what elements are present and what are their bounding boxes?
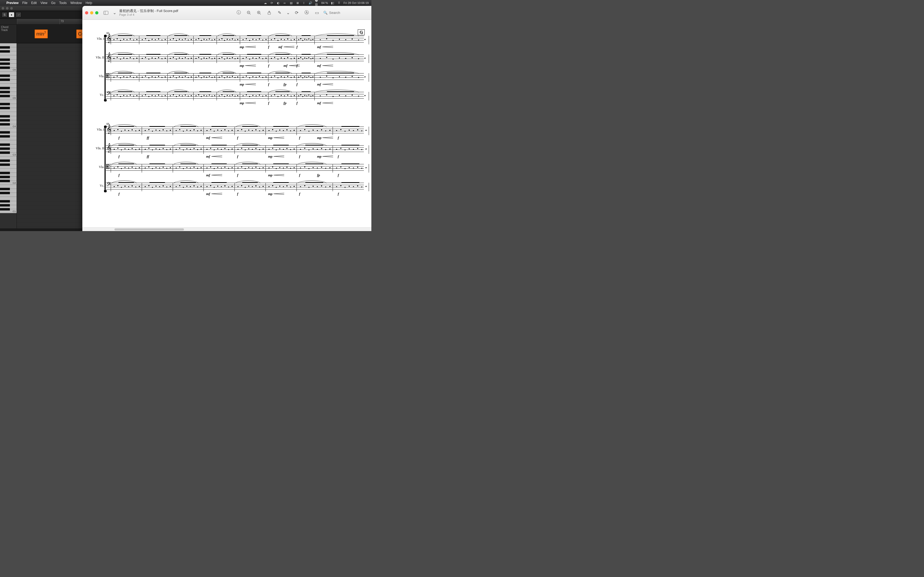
status-icon[interactable]: ⟳ xyxy=(270,1,274,5)
dynamic-marking: mp xyxy=(240,82,244,87)
menu-view[interactable]: View xyxy=(40,1,47,5)
menu-file[interactable]: File xyxy=(22,1,27,5)
markup-menu-chevron-icon[interactable]: ⌄ xyxy=(286,9,290,16)
dynamic-marking: mf xyxy=(317,101,321,105)
dynamic-marking: f xyxy=(237,155,238,159)
notation-region xyxy=(142,144,172,155)
preview-horizontal-scrollbar[interactable] xyxy=(82,227,372,231)
dynamic-marking: fp xyxy=(317,173,320,177)
score-page: 3 G 60Vln. I𝄞mpfmffmfVln. II𝄞mpfmffmfVla… xyxy=(82,20,372,227)
clef-icon: 𝄢 xyxy=(107,91,111,98)
notation-region xyxy=(333,144,368,155)
instrument-label: Vc. xyxy=(91,93,104,97)
search-field[interactable]: 🔍 xyxy=(323,11,369,15)
dynamic-marking: f xyxy=(297,82,297,87)
markup-button[interactable]: ✎ xyxy=(276,9,283,16)
dynamic-marking: mp xyxy=(268,155,273,159)
document-title: 最初的遇见 - 弦乐录制 - Full Score.pdf xyxy=(119,9,178,13)
status-icon[interactable]: ☁︎ xyxy=(263,1,267,5)
preview-window: ⌄ 最初的遇见 - 弦乐录制 - Full Score.pdf Page 3 o… xyxy=(82,6,372,231)
dynamic-marking: f xyxy=(237,192,238,196)
dynamic-marking: mf xyxy=(206,136,210,140)
bluetooth-icon[interactable]: ᚼ xyxy=(302,1,306,5)
status-icon[interactable]: ▤ xyxy=(289,1,293,5)
dynamic-marking: ff xyxy=(147,155,149,159)
piano-roll-keyboard[interactable]: Chord Track C6C5C4C3C2C1 xyxy=(0,19,17,231)
scrollbar-thumb[interactable] xyxy=(115,228,184,230)
notation-region xyxy=(266,126,296,136)
notation-region xyxy=(140,72,167,82)
instrument-label: Vc. xyxy=(91,184,104,188)
sidebar-toggle-button[interactable] xyxy=(102,9,110,16)
status-icon[interactable]: 🖥 xyxy=(296,1,299,5)
audio-icon[interactable]: 🔊 xyxy=(309,1,312,5)
marker-button[interactable]: ● xyxy=(8,12,15,18)
dynamic-marking: f xyxy=(268,101,269,105)
pdf-viewport[interactable]: 3 G 60Vln. I𝄞mpfmffmfVln. II𝄞mpfmffmfVla… xyxy=(82,20,372,227)
dynamic-marking: f xyxy=(118,192,120,196)
dynamic-marking: f xyxy=(118,173,120,177)
battery-icon[interactable]: ▮▯ xyxy=(331,1,334,5)
info-button[interactable]: ⓘ xyxy=(235,9,242,16)
dynamic-marking: mp xyxy=(240,64,244,68)
window-traffic-lights[interactable] xyxy=(85,11,99,15)
notation-region xyxy=(140,91,167,101)
preview-titlebar: ⌄ 最初的遇见 - 弦乐录制 - Full Score.pdf Page 3 o… xyxy=(82,6,372,20)
zoom-window-button[interactable] xyxy=(95,11,99,15)
slash-button[interactable]: ⟋ xyxy=(16,12,21,18)
notation-region xyxy=(204,144,234,155)
notation-region xyxy=(241,35,268,45)
menubar-clock[interactable]: Fri 28 Oct 10:06:19 xyxy=(344,2,369,5)
dynamic-marking: ff xyxy=(147,136,149,140)
menu-edit[interactable]: Edit xyxy=(31,1,37,5)
rotate-button[interactable]: ⟳ xyxy=(293,9,300,16)
daw-traffic-lights[interactable] xyxy=(2,7,13,10)
status-icon[interactable]: ∞ xyxy=(283,1,287,5)
notation-region xyxy=(194,91,216,101)
share-button[interactable] xyxy=(265,9,273,16)
dynamic-marking: mp xyxy=(317,136,321,140)
dynamic-marking: mf xyxy=(206,192,210,196)
minimize-window-button[interactable] xyxy=(90,11,93,15)
notation-region xyxy=(140,35,167,45)
chord-chip[interactable]: min7 xyxy=(34,29,48,39)
wifi-icon[interactable]: �腺 xyxy=(315,1,319,5)
menu-go[interactable]: Go xyxy=(51,1,55,5)
menu-tools[interactable]: Tools xyxy=(59,1,66,5)
notation-region xyxy=(297,72,314,82)
search-input[interactable] xyxy=(329,11,364,15)
notation-region xyxy=(140,53,167,64)
dynamic-marking: f xyxy=(299,136,300,140)
instrument-label: Vla. xyxy=(91,165,104,169)
sidebar-menu-chevron-icon[interactable]: ⌄ xyxy=(112,9,116,16)
notation-region xyxy=(194,35,216,45)
notation-region xyxy=(241,91,268,101)
highlight-button[interactable]: Ⓐ xyxy=(303,9,310,16)
solo-button[interactable]: S xyxy=(2,12,8,18)
dynamic-marking: f xyxy=(297,64,297,68)
menu-help[interactable]: Help xyxy=(86,1,92,5)
instrument-label: Vln. I xyxy=(91,37,104,41)
close-window-button[interactable] xyxy=(85,11,88,15)
octave-label: C2 xyxy=(13,182,16,184)
staff: Vln. I𝄞fffmffmpfmpf xyxy=(106,124,364,137)
staff: Vln. II𝄞fffmffmpfmpf xyxy=(106,143,364,156)
active-app-name[interactable]: Preview xyxy=(6,1,18,5)
dynamic-marking: f xyxy=(299,192,300,196)
dynamic-marking: mp xyxy=(268,173,273,177)
dynamic-marking: mf xyxy=(284,64,288,68)
octave-label: C3 xyxy=(13,153,16,156)
control-center-icon[interactable]: ⠿ xyxy=(337,1,341,5)
zoom-out-button[interactable] xyxy=(245,9,253,16)
status-icon[interactable]: ◐ xyxy=(276,1,280,5)
form-button[interactable]: ▭ xyxy=(313,9,321,16)
page-indicator: Page 3 of 4 xyxy=(119,13,178,16)
octave-label: C5 xyxy=(13,97,16,99)
notation-region xyxy=(333,163,368,173)
staff: Vc.𝄢fmffmpff xyxy=(106,180,364,193)
notation-region xyxy=(194,72,216,82)
zoom-in-button[interactable] xyxy=(255,9,263,16)
notation-region xyxy=(297,53,314,64)
menu-window[interactable]: Window xyxy=(70,1,82,5)
dynamic-marking: f xyxy=(338,192,339,196)
